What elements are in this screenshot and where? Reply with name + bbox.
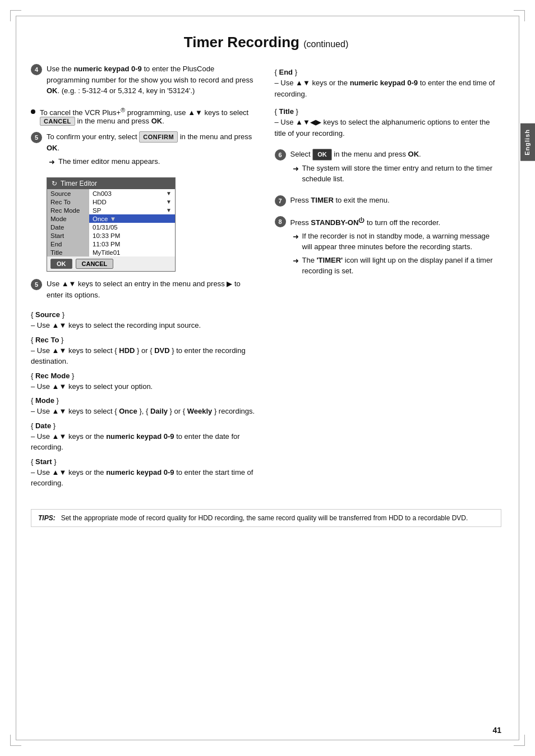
tips-box: TIPS: Set the appropriate mode of record…: [31, 509, 501, 527]
row-label-end: End: [47, 240, 89, 248]
page-border-right: [519, 16, 519, 740]
corner-br-v: [524, 735, 525, 746]
row-label-recMode: Rec Mode: [47, 206, 89, 214]
ok-button-inline: OK: [312, 149, 332, 161]
timer-editor-title: Timer Editor: [61, 180, 97, 187]
step-4-text: Use the numeric keypad 0-9 to enter the …: [47, 63, 258, 97]
step-8-arrow-2: ➜ The 'TIMER' icon will light up on the …: [293, 255, 502, 277]
table-row-date: Date 01/31/05: [47, 223, 175, 231]
step-5b-number: 5: [31, 279, 42, 290]
row-value-start: 10:33 PM: [89, 231, 175, 240]
arrow-icon-6: ➜: [293, 163, 299, 175]
corner-tr-v: [524, 10, 525, 21]
section-end-heading: { End }: [275, 68, 502, 76]
row-value-end: 11:03 PM: [89, 240, 175, 248]
bullet-vcr-cancel: To cancel the VCR Plus+® programming, us…: [31, 107, 258, 126]
tips-label: TIPS:: [38, 514, 56, 522]
section-end-content: – Use ▲▼ keys or the numeric keypad 0-9 …: [275, 77, 502, 99]
step-5a: 5 To confirm your entry, select CONFIRM …: [31, 131, 258, 170]
bullet-dot: [31, 109, 35, 114]
row-value-source: Ch003 ▼: [89, 189, 175, 198]
step-7-number: 7: [275, 195, 286, 207]
row-label-title: Title: [47, 248, 89, 256]
section-mode-heading: { Mode }: [31, 396, 258, 405]
step-6-text: Select OK in the menu and press OK.: [290, 149, 502, 161]
step-5b-content: Use ▲▼ keys to select an entry in the me…: [47, 278, 258, 303]
row-label-recTo: Rec To: [47, 198, 89, 206]
row-label-mode: Mode: [47, 214, 89, 223]
table-row-start: Start 10:33 PM: [47, 231, 175, 240]
page-number: 41: [492, 726, 501, 735]
timer-clock-icon: ↻: [52, 180, 57, 187]
title-continued: (continued): [303, 39, 348, 49]
corner-tl-v: [10, 10, 11, 21]
right-column: { End } – Use ▲▼ keys or the numeric key…: [275, 63, 502, 492]
corner-tr-h: [514, 10, 525, 11]
row-value-recMode: SP ▼: [89, 206, 175, 214]
section-recmode-content: – Use ▲▼ keys to select your option.: [31, 381, 258, 392]
corner-tl-h: [10, 10, 21, 11]
section-source-heading: { Source }: [31, 310, 258, 319]
timer-editor-header: ↻ Timer Editor: [47, 178, 175, 189]
step-6-arrow: ➜ The system will store the timer entry …: [293, 163, 502, 185]
section-recto-heading: { Rec To }: [31, 336, 258, 344]
language-tab: English: [520, 123, 535, 161]
step-6: 6 Select OK in the menu and press OK. ➜ …: [275, 149, 502, 187]
tips-text: Set the appropriate mode of record quali…: [61, 514, 468, 522]
bullet-vcr-text: To cancel the VCR Plus+® programming, us…: [40, 107, 258, 126]
step-4-content: Use the numeric keypad 0-9 to enter the …: [47, 63, 258, 99]
page-border-bottom: [16, 740, 519, 740]
page-content: Timer Recording (continued) 4 Use the nu…: [31, 28, 501, 527]
row-value-date: 01/31/05: [89, 223, 175, 231]
table-row-recMode: Rec Mode SP ▼: [47, 206, 175, 214]
step-4-number: 4: [31, 64, 42, 75]
corner-bl-v: [10, 735, 11, 746]
step-6-arrow-text: The system will store the timer entry an…: [302, 163, 502, 185]
timer-ok-button[interactable]: OK: [50, 259, 72, 269]
table-row-end: End 11:03 PM: [47, 240, 175, 248]
section-start-heading: { Start }: [31, 457, 258, 466]
step-5a-number: 5: [31, 132, 42, 143]
table-row-recTo: Rec To HDD ▼: [47, 198, 175, 206]
section-mode-content: – Use ▲▼ keys to select { Once }, { Dail…: [31, 406, 258, 417]
step-8: 8 Press STANDBY-ON⏻ to turn off the reco…: [275, 216, 502, 279]
step-5b: 5 Use ▲▼ keys to select an entry in the …: [31, 278, 258, 303]
row-value-mode: Once ▼: [89, 214, 175, 223]
title-text: Timer Recording: [184, 34, 299, 51]
step-8-number: 8: [275, 216, 286, 227]
page-border-left: [16, 16, 16, 740]
arrow-icon-8b: ➜: [293, 255, 299, 267]
left-column: 4 Use the numeric keypad 0-9 to enter th…: [31, 63, 258, 492]
row-label-source: Source: [47, 189, 89, 198]
section-recmode-heading: { Rec Mode }: [31, 372, 258, 380]
step-7-text: Press TIMER to exit the menu.: [290, 195, 502, 206]
step-8-content: Press STANDBY-ON⏻ to turn off the record…: [290, 216, 502, 279]
step-7: 7 Press TIMER to exit the menu.: [275, 195, 502, 208]
section-date-content: – Use ▲▼ keys or the numeric keypad 0-9 …: [31, 431, 258, 453]
step-8-arrow-2-text: The 'TIMER' icon will light up on the di…: [302, 255, 502, 277]
corner-br-h: [514, 745, 525, 746]
step-8-text: Press STANDBY-ON⏻ to turn off the record…: [290, 216, 502, 228]
row-label-date: Date: [47, 223, 89, 231]
corner-bl-h: [10, 745, 21, 746]
step-6-number: 6: [275, 149, 286, 161]
confirm-button-inline: CONFIRM: [139, 131, 178, 143]
table-row-title: Title MyTitle01: [47, 248, 175, 256]
timer-editor-box: ↻ Timer Editor Source Ch003 ▼ Rec To HDD…: [47, 177, 176, 272]
step-5a-arrow: ➜ The timer editor menu appears.: [49, 156, 258, 168]
step-5a-text: To confirm your entry, select CONFIRM in…: [47, 131, 258, 154]
table-row-source: Source Ch003 ▼: [47, 189, 175, 198]
step-8-arrow-1-text: If the recorder is not in standby mode, …: [302, 231, 502, 253]
step-7-content: Press TIMER to exit the menu.: [290, 195, 502, 208]
row-value-recTo: HDD ▼: [89, 198, 175, 206]
arrow-icon: ➜: [49, 157, 55, 168]
step-6-content: Select OK in the menu and press OK. ➜ Th…: [290, 149, 502, 187]
page-title: Timer Recording (continued): [31, 28, 501, 51]
row-label-start: Start: [47, 231, 89, 240]
two-column-layout: 4 Use the numeric keypad 0-9 to enter th…: [31, 63, 501, 492]
timer-cancel-button[interactable]: CANCEL: [76, 259, 114, 269]
row-value-title: MyTitle01: [89, 248, 175, 256]
step-5b-text: Use ▲▼ keys to select an entry in the me…: [47, 278, 258, 300]
section-source-content: – Use ▲▼ keys to select the recording in…: [31, 320, 258, 331]
timer-editor-table: Source Ch003 ▼ Rec To HDD ▼ Rec Mode SP …: [47, 189, 175, 256]
